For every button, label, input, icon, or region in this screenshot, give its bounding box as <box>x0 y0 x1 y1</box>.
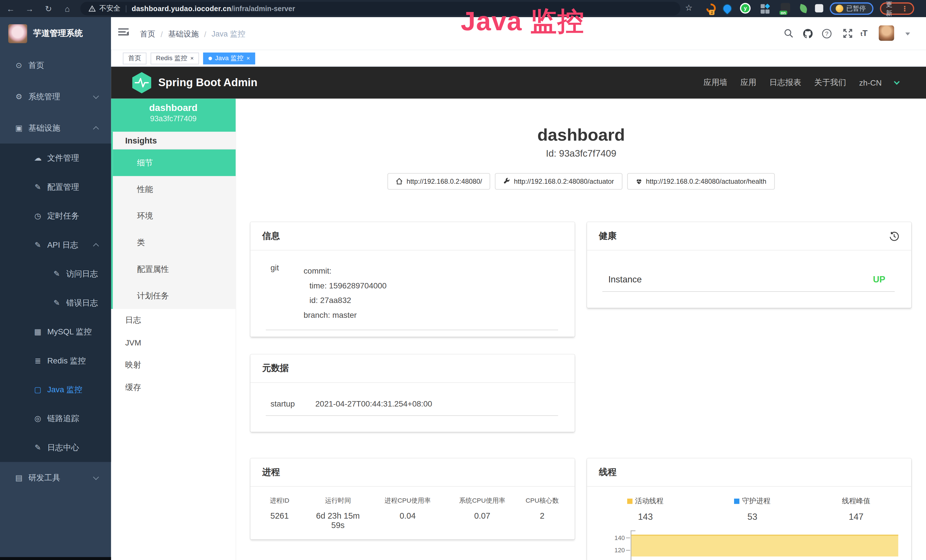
health-url-button[interactable]: http://192.168.0.2:48080/actuator/health <box>627 173 775 190</box>
sidebar-item-api-log[interactable]: ✎ API 日志 <box>0 230 111 259</box>
warning-icon <box>89 5 96 12</box>
help-icon[interactable]: ? <box>822 28 832 39</box>
chevron-down-icon <box>93 474 99 480</box>
language-selector[interactable]: zh-CN <box>859 78 882 87</box>
sidebar-item-scheduled-jobs[interactable]: ◷ 定时任务 <box>0 201 111 230</box>
sba-item-metrics[interactable]: 性能 <box>113 176 236 203</box>
close-icon[interactable]: × <box>247 55 250 61</box>
avatar-caret-icon[interactable] <box>905 33 910 35</box>
sidebar-item-tracing[interactable]: ◎ 链路追踪 <box>0 404 111 433</box>
tab-java-monitor[interactable]: Java 监控 × <box>203 52 255 64</box>
page-title: dashboard <box>236 125 926 145</box>
extensions-puzzle-icon[interactable] <box>815 4 823 12</box>
fullscreen-icon[interactable] <box>842 28 853 39</box>
sidebar-item-home[interactable]: ⊙ 首页 <box>0 50 111 81</box>
github-icon[interactable] <box>802 28 813 39</box>
breadcrumb-infra[interactable]: 基础设施 <box>168 29 199 39</box>
cloud-upload-icon: ☁ <box>33 153 42 162</box>
screen-edge <box>0 557 111 560</box>
sba-nav-applications[interactable]: 应用 <box>740 77 756 88</box>
sba-item-config-props[interactable]: 配置属性 <box>113 256 236 282</box>
avatar[interactable] <box>879 26 894 41</box>
sidebar-item-error-log[interactable]: ✎ 错误日志 <box>0 288 111 317</box>
sidebar-item-java-monitor[interactable]: ▢ Java 监控 <box>0 375 111 404</box>
font-size-icon[interactable]: tT <box>859 28 869 39</box>
menu-dots-icon[interactable]: ⋮ <box>901 5 908 13</box>
close-icon[interactable]: × <box>190 55 194 61</box>
tab-redis-monitor[interactable]: Redis 监控 × <box>151 52 199 64</box>
briefcase-icon: ▤ <box>14 473 24 482</box>
val-process-cpu: 0.04 <box>367 511 448 530</box>
sba-item-caches[interactable]: 缓存 <box>111 376 236 399</box>
sba-nav-wallboard[interactable]: 应用墙 <box>704 77 728 88</box>
sidebar-item-file-manage[interactable]: ☁ 文件管理 <box>0 144 111 172</box>
extension-switch-icon[interactable]: on <box>781 3 790 13</box>
extension-refresh-icon[interactable]: 1 <box>704 2 718 15</box>
sba-item-environment[interactable]: 环境 <box>113 203 236 229</box>
sba-item-classes[interactable]: 类 <box>113 229 236 256</box>
monitor-icon: ▣ <box>14 124 24 132</box>
extension-y-icon[interactable]: y <box>740 3 750 14</box>
back-icon[interactable]: ← <box>5 4 16 13</box>
forward-icon[interactable]: → <box>24 4 35 13</box>
sidebar-item-infra[interactable]: ▣ 基础设施 <box>0 112 111 144</box>
col-uptime: 运行时间 <box>309 496 367 505</box>
sba-nav-journal[interactable]: 日志报表 <box>769 77 801 88</box>
sba-item-logs[interactable]: 日志 <box>111 309 236 331</box>
col-process-cpu: 进程CPU使用率 <box>367 496 448 505</box>
table-icon: ▦ <box>33 327 42 336</box>
sba-main: dashboard Id: 93a3fc7f7409 http://192.16… <box>236 99 926 560</box>
hamburger-icon[interactable] <box>118 28 129 38</box>
sidebar-item-config-manage[interactable]: ✎ 配置管理 <box>0 173 111 201</box>
actuator-url-button[interactable]: http://192.168.0.2:48080/actuator <box>495 173 622 190</box>
sba-navbar: Spring Boot Admin 应用墙 应用 日志报表 关于我们 zh-CN <box>111 67 926 99</box>
sba-item-details[interactable]: 细节 <box>113 150 236 176</box>
reload-icon[interactable]: ↻ <box>43 4 54 13</box>
bookmark-star-icon[interactable]: ☆ <box>685 3 694 12</box>
app-logo[interactable]: 芋道管理系统 <box>0 17 111 50</box>
sba-group-title: Insights <box>113 132 236 150</box>
extension-grid-icon[interactable] <box>761 4 770 14</box>
active-threads-value: 143 <box>587 512 704 522</box>
log-edit-icon: ✎ <box>33 443 42 452</box>
search-icon[interactable] <box>783 28 794 39</box>
tab-home[interactable]: 首页 <box>123 52 147 64</box>
service-url-button[interactable]: http://192.168.0.2:48080/ <box>387 173 490 190</box>
peak-threads-label: 线程峰值 <box>842 497 870 505</box>
sidebar-item-mysql-monitor[interactable]: ▦ MySQL 监控 <box>0 317 111 346</box>
history-icon[interactable] <box>889 231 899 241</box>
extension-pin-icon[interactable] <box>722 3 732 14</box>
log-edit-icon: ✎ <box>33 241 42 249</box>
breadcrumb-home[interactable]: 首页 <box>140 29 156 39</box>
legend-active-threads-icon <box>627 499 633 504</box>
col-system-cpu: 系统CPU使用率 <box>448 496 516 505</box>
sidebar-item-log-center[interactable]: ✎ 日志中心 <box>0 433 111 462</box>
y-tick-100: 100 <box>605 559 625 560</box>
breadcrumb-separator: / <box>204 30 206 39</box>
update-button[interactable]: 更新 ⋮ <box>880 2 914 15</box>
dashboard-icon: ⊙ <box>14 61 24 70</box>
sba-brand[interactable]: Spring Boot Admin <box>131 72 257 94</box>
sba-item-scheduled-tasks[interactable]: 计划任务 <box>113 282 236 309</box>
tick-mark <box>626 537 630 538</box>
spring-boot-admin: Spring Boot Admin 应用墙 应用 日志报表 关于我们 zh-CN <box>111 67 926 560</box>
extension-leaf-icon[interactable] <box>799 4 808 14</box>
home-icon[interactable]: ⌂ <box>62 4 73 13</box>
breadcrumb-current: Java 监控 <box>212 29 245 39</box>
main-area: 首页 / 基础设施 / Java 监控 ? <box>111 17 926 560</box>
page-subtitle: Id: 93a3fc7f7409 <box>236 148 926 159</box>
metadata-card-title: 元数据 <box>250 354 575 383</box>
chevron-down-icon[interactable] <box>894 79 899 85</box>
sba-item-jvm[interactable]: JVM <box>111 331 236 354</box>
sidebar-item-system[interactable]: ⚙ 系统管理 <box>0 81 111 112</box>
sidebar-item-dev-tools[interactable]: ▤ 研发工具 <box>0 462 111 493</box>
daemon-threads-label: 守护进程 <box>742 497 770 505</box>
sidebar-item-redis-monitor[interactable]: ≣ Redis 监控 <box>0 346 111 375</box>
sba-item-mappings[interactable]: 映射 <box>111 354 236 376</box>
paused-badge[interactable]: 已暂停 <box>830 2 873 15</box>
sidebar-item-access-log[interactable]: ✎ 访问日志 <box>0 259 111 288</box>
sba-nav-about[interactable]: 关于我们 <box>814 77 846 88</box>
annotation-text: Java 监控 <box>413 3 632 39</box>
active-dot <box>209 56 212 60</box>
sba-app-header[interactable]: dashboard 93a3fc7f7409 <box>111 99 236 132</box>
